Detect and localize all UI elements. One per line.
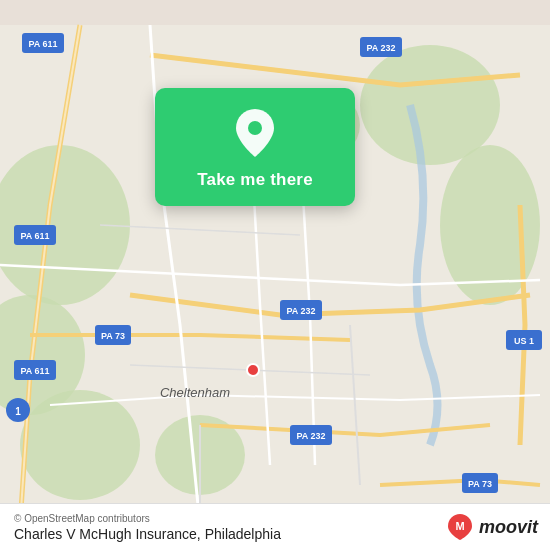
svg-text:PA 73: PA 73	[468, 479, 492, 489]
svg-text:PA 232: PA 232	[366, 43, 395, 53]
svg-point-5	[20, 390, 140, 500]
location-pin-icon	[228, 106, 282, 160]
svg-text:PA 232: PA 232	[296, 431, 325, 441]
svg-text:1: 1	[15, 406, 21, 417]
svg-text:US 1: US 1	[514, 336, 534, 346]
svg-text:PA 611: PA 611	[20, 231, 49, 241]
svg-text:M: M	[455, 520, 464, 532]
svg-text:PA 73: PA 73	[101, 331, 125, 341]
svg-text:PA 611: PA 611	[28, 39, 57, 49]
svg-text:PA 232: PA 232	[286, 306, 315, 316]
moovit-wordmark: moovit	[479, 517, 538, 538]
bottom-bar: © OpenStreetMap contributors Charles V M…	[0, 503, 550, 550]
moovit-brand-icon: M	[445, 512, 475, 542]
map-container: PA 611 PA 232 PA 232 PA 611 PA 73 PA 611…	[0, 0, 550, 550]
svg-point-29	[247, 364, 259, 376]
svg-point-30	[248, 121, 262, 135]
location-name: Charles V McHugh Insurance, Philadelphia	[14, 526, 281, 542]
moovit-logo: M moovit	[445, 512, 538, 542]
take-me-there-button[interactable]: Take me there	[197, 170, 313, 190]
bottom-left-info: © OpenStreetMap contributors Charles V M…	[14, 513, 281, 542]
svg-text:PA 611: PA 611	[20, 366, 49, 376]
map-background: PA 611 PA 232 PA 232 PA 611 PA 73 PA 611…	[0, 0, 550, 550]
action-card: Take me there	[155, 88, 355, 206]
copyright-text: © OpenStreetMap contributors	[14, 513, 281, 524]
svg-text:Cheltenham: Cheltenham	[160, 385, 230, 400]
